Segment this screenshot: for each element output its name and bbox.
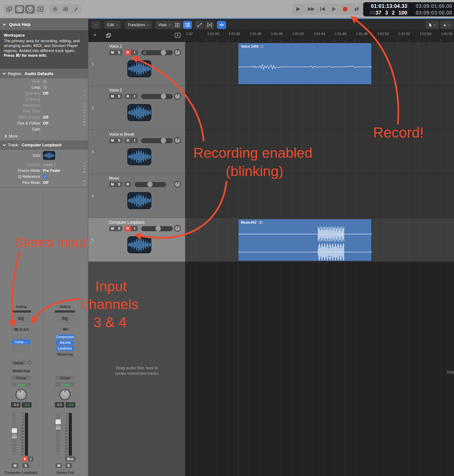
record-enable-button[interactable]: R — [125, 138, 131, 143]
smart-controls-icon[interactable] — [50, 5, 60, 14]
editors-toggle-icon[interactable] — [36, 5, 45, 14]
add-track-icon[interactable]: + — [93, 32, 96, 38]
track-row-flexmode[interactable]: Flex Mode:Off — [0, 179, 88, 185]
quick-help-toggle-icon[interactable]: ? — [25, 5, 35, 14]
pencil-icon[interactable] — [71, 5, 81, 14]
strip1-fader[interactable] — [11, 428, 17, 439]
strip1-setting-button[interactable]: Setting — [11, 304, 31, 309]
strip1-volume-value[interactable]: -3.6 — [22, 402, 32, 408]
lane-voiceinbreak[interactable] — [185, 130, 454, 174]
strip1-automation-button[interactable]: Read — [11, 382, 31, 387]
strip1-pan-knob[interactable] — [15, 389, 27, 400]
strip1-eq-slot[interactable]: EQ — [11, 313, 31, 324]
track-icon[interactable] — [127, 60, 151, 77]
strip2-loudness-plugin[interactable]: Loudness — [55, 346, 74, 351]
volume-slider[interactable] — [141, 50, 173, 55]
input-monitor-button[interactable]: I — [131, 50, 138, 55]
strip2-group-button[interactable]: Group — [55, 375, 75, 380]
strip1-input-monitor-button[interactable]: I — [28, 456, 33, 461]
strip2-eq-slot[interactable]: EQ — [55, 313, 75, 324]
go-to-beginning-button[interactable] — [318, 4, 327, 14]
track-icon[interactable] — [43, 151, 55, 160]
mute-button[interactable]: M — [109, 138, 116, 143]
edit-menu[interactable]: Edit — [104, 21, 121, 29]
grid-view-icon[interactable] — [173, 21, 182, 29]
pan-knob[interactable] — [174, 93, 181, 100]
send-knob[interactable] — [27, 361, 32, 365]
track-icon[interactable] — [127, 148, 151, 165]
strip2-volume-value[interactable]: -3.6 — [66, 402, 75, 408]
record-enable-button[interactable]: R — [125, 182, 131, 187]
track-row-channel[interactable]: Channel:Audio 1 — [0, 162, 88, 167]
volume-slider[interactable] — [141, 226, 173, 231]
stepper-icon[interactable] — [84, 91, 85, 95]
volume-slider[interactable] — [141, 94, 173, 99]
solo-button[interactable]: S — [116, 94, 122, 99]
region-row-pitchsource[interactable]: Pitch Source:Off — [0, 114, 88, 120]
track-header-voice2[interactable]: 2 Voice 2 MS RI — [88, 86, 185, 130]
region-row-transpose[interactable]: Transpose: — [0, 102, 88, 108]
q-reference-checkbox[interactable]: ✓ — [43, 174, 47, 179]
stepper-icon[interactable] — [84, 181, 85, 185]
strip2-compressor-plugin[interactable]: Compressor — [55, 335, 74, 339]
volume-slider[interactable] — [141, 138, 173, 143]
stepper-icon[interactable] — [84, 121, 85, 125]
region-row-quantize[interactable]: Quantize:Off — [0, 90, 88, 96]
quick-help-header[interactable]: Quick Help — [0, 18, 88, 30]
cycle-button[interactable] — [352, 4, 361, 14]
flex-icon[interactable] — [205, 21, 214, 29]
region-row-flexfollow[interactable]: Flex & Follow:Off — [0, 120, 88, 126]
workspace-lanes[interactable]: Voice 1#02 Music#02 Drag — [185, 42, 454, 476]
strip1-pan-value[interactable]: -5.9 — [11, 402, 20, 408]
mute-button[interactable]: M — [109, 226, 116, 231]
strip1-record-enable-button[interactable]: R — [22, 456, 28, 461]
strip1-solo-button[interactable]: S — [22, 463, 29, 468]
loop-checkbox[interactable] — [43, 85, 47, 89]
mixer-icon[interactable] — [61, 5, 70, 14]
inspector-toggle-icon[interactable] — [15, 5, 24, 14]
strip2-pan-knob[interactable] — [59, 389, 71, 400]
input-monitor-button[interactable]: I — [131, 226, 138, 231]
record-enable-button[interactable]: R — [125, 50, 131, 55]
library-icon[interactable] — [4, 5, 14, 14]
track-icon[interactable] — [127, 236, 151, 253]
region-row-finetune[interactable]: Fine Tune: — [0, 108, 88, 114]
strip2-mastering-slot[interactable]: Mastering — [55, 352, 75, 356]
region-row-qswing[interactable]: Q-Swing: — [0, 96, 88, 102]
lcd-display[interactable]: 01:01:13:04.33 0037 3 2 100 03:09:01:00.… — [363, 2, 454, 16]
pan-knob[interactable] — [174, 225, 181, 232]
lane-music[interactable] — [185, 174, 454, 218]
record-button[interactable] — [340, 4, 350, 14]
forward-button[interactable] — [306, 4, 316, 14]
solo-button[interactable]: S — [116, 50, 122, 55]
input-monitor-button[interactable]: I — [131, 94, 138, 99]
strip2-automation-button[interactable]: Read — [55, 382, 75, 387]
strip2-pan-value[interactable]: 0.0 — [55, 402, 64, 408]
hide-track-area-icon[interactable]: ↑ — [91, 21, 101, 29]
rewind-button[interactable] — [295, 4, 305, 14]
track-header-voiceinbreak[interactable]: 3 Voice in Break MS RI — [88, 130, 185, 174]
pan-knob[interactable] — [174, 137, 181, 144]
region-more-row[interactable]: More — [0, 132, 88, 140]
strip2-stereo-format-button[interactable] — [59, 327, 71, 332]
track-icon[interactable] — [127, 192, 151, 209]
mute-button[interactable]: M — [109, 50, 116, 55]
strip1-mute-button[interactable]: M — [12, 463, 18, 468]
mute-checkbox[interactable] — [43, 79, 47, 83]
record-enable-button[interactable]: R — [125, 226, 131, 231]
record-enable-button[interactable]: R — [125, 94, 131, 99]
strip1-sends-button[interactable]: Sends — [11, 361, 26, 365]
track-header-voice1[interactable]: 1 Voice 1 MS RI — [88, 42, 185, 86]
mute-button[interactable]: M — [109, 94, 116, 99]
snap-icon[interactable] — [217, 21, 226, 29]
strip2-solo-button[interactable]: S — [65, 463, 72, 468]
volume-slider[interactable] — [135, 182, 166, 187]
pointer-tool-menu[interactable] — [426, 21, 439, 29]
duplicate-track-icon[interactable] — [106, 33, 111, 38]
list-view-icon[interactable] — [183, 21, 192, 29]
track-header-config-icon[interactable] — [175, 33, 181, 38]
strip2-bounce-button[interactable]: Bnc — [65, 456, 76, 461]
strip2-setting-button[interactable]: Setting — [55, 304, 75, 309]
stepper-icon[interactable] — [84, 109, 85, 113]
strip2-mute-button[interactable]: M — [55, 463, 62, 468]
